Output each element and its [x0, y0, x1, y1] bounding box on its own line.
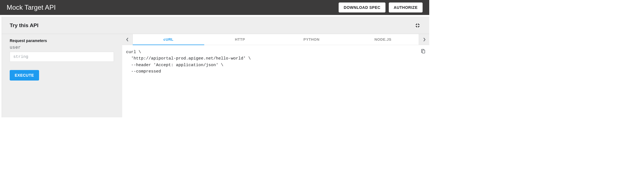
- svg-rect-0: [422, 50, 425, 53]
- authorize-button[interactable]: AUTHORIZE: [389, 2, 423, 12]
- topbar: Mock Target API DOWNLOAD SPEC AUTHORIZE: [0, 0, 429, 15]
- copy-icon: [421, 49, 425, 54]
- tab-http[interactable]: HTTP: [204, 34, 276, 45]
- request-parameters-label: Request parameters: [10, 38, 114, 43]
- code-tab-row: cURL HTTP PYTHON NODE.JS: [122, 34, 429, 45]
- panel-title: Try this API: [10, 22, 39, 29]
- app-title: Mock Target API: [7, 4, 56, 11]
- request-column: Request parameters user EXECUTE: [2, 34, 122, 117]
- topbar-actions: DOWNLOAD SPEC AUTHORIZE: [339, 2, 423, 12]
- tabs-scroll-right-button[interactable]: [419, 34, 429, 45]
- code-area: curl \ 'http://apiportal-prod.apigee.net…: [122, 45, 429, 117]
- param-name: user: [10, 45, 114, 50]
- tabs-scroll-left-button[interactable]: [122, 34, 133, 45]
- chevron-left-icon: [126, 37, 129, 42]
- tab-curl[interactable]: cURL: [133, 34, 204, 45]
- code-snippet: curl \ 'http://apiportal-prod.apigee.net…: [126, 49, 422, 75]
- collapse-icon: [415, 23, 420, 28]
- copy-code-button[interactable]: [420, 48, 426, 55]
- download-spec-button[interactable]: DOWNLOAD SPEC: [339, 2, 385, 12]
- panel-header: Try this API: [2, 17, 429, 34]
- code-column: cURL HTTP PYTHON NODE.JS: [122, 34, 429, 117]
- collapse-button[interactable]: [414, 22, 421, 29]
- panel-body: Request parameters user EXECUTE cURL HTT…: [2, 34, 429, 117]
- execute-button[interactable]: EXECUTE: [10, 70, 39, 81]
- tab-python[interactable]: PYTHON: [276, 34, 347, 45]
- code-tabs: cURL HTTP PYTHON NODE.JS: [133, 34, 419, 45]
- param-user-input[interactable]: [10, 52, 114, 62]
- try-api-panel: Try this API Request parameters user EXE…: [2, 17, 429, 117]
- tab-nodejs[interactable]: NODE.JS: [347, 34, 419, 45]
- chevron-right-icon: [423, 37, 426, 42]
